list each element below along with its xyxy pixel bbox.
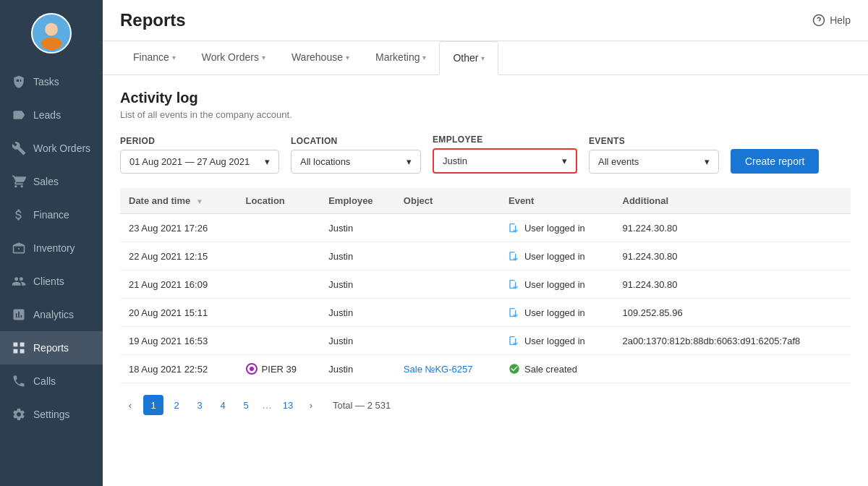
main-content: Reports Help Finance ▾ Work Orders ▾ War…: [103, 0, 868, 486]
tag-icon: [12, 108, 26, 122]
page-13-button[interactable]: 13: [278, 395, 298, 415]
sidebar-item-label: Sales: [33, 176, 59, 187]
cell-employee: Justin: [320, 327, 395, 355]
cell-employee: Justin: [320, 270, 395, 299]
sidebar-item-label: Reports: [33, 342, 69, 354]
cell-location: PIER 39: [237, 355, 320, 383]
cell-location: [237, 242, 320, 270]
sidebar-item-leads[interactable]: Leads: [0, 98, 103, 132]
page-3-button[interactable]: 3: [190, 395, 210, 415]
location-value: All locations: [300, 156, 350, 167]
location-label: Location: [291, 136, 421, 146]
filter-period-group: Period 01 Aug 2021 — 27 Aug 2021 ▾: [120, 136, 279, 174]
events-label: Events: [589, 136, 719, 146]
cell-additional: 91.224.30.80: [614, 242, 851, 270]
sidebar-item-label: Finance: [33, 209, 69, 221]
help-icon: [812, 14, 825, 27]
cell-location: [237, 299, 320, 327]
employee-select[interactable]: Justin ▾: [433, 148, 577, 174]
cell-object: [395, 214, 500, 242]
pagination-dots: …: [259, 399, 275, 411]
table-row: 18 Aug 2021 22:52PIER 39JustinSale №KG-6…: [120, 355, 851, 383]
sidebar-item-work-orders[interactable]: Work Orders: [0, 132, 103, 165]
gear-icon: [12, 407, 26, 422]
tab-other-label: Other: [453, 52, 478, 64]
table-header-row: Date and time ▼ Location Employee Object…: [120, 188, 851, 214]
chevron-down-icon: ▾: [481, 54, 485, 62]
tab-other[interactable]: Other ▾: [439, 41, 498, 75]
sidebar-item-label: Work Orders: [33, 142, 90, 154]
sort-icon: ▼: [196, 197, 203, 205]
table-row: 23 Aug 2021 17:26JustinUser logged in91.…: [120, 214, 851, 242]
dollar-icon: [12, 208, 26, 222]
cell-event: User logged in: [500, 327, 614, 355]
period-label: Period: [120, 136, 279, 146]
sidebar-item-label: Calls: [33, 375, 56, 387]
col-location: Location: [237, 188, 320, 214]
cart-icon: [12, 174, 26, 189]
events-select[interactable]: All events ▾: [589, 150, 719, 174]
page-4-button[interactable]: 4: [213, 395, 233, 415]
svg-point-1: [45, 23, 58, 36]
activity-table: Date and time ▼ Location Employee Object…: [120, 188, 851, 383]
prev-page-button[interactable]: ‹: [120, 395, 140, 415]
sidebar-item-finance[interactable]: Finance: [0, 198, 103, 231]
sidebar-item-sales[interactable]: Sales: [0, 165, 103, 198]
page-5-button[interactable]: 5: [236, 395, 256, 415]
sidebar-item-inventory[interactable]: Inventory: [0, 231, 103, 265]
sidebar-item-label: Analytics: [33, 309, 74, 320]
create-report-button[interactable]: Create report: [731, 149, 819, 174]
sidebar-item-settings[interactable]: Settings: [0, 398, 103, 431]
cell-employee: Justin: [320, 214, 395, 242]
cell-date: 23 Aug 2021 17:26: [120, 214, 237, 242]
table-row: 19 Aug 2021 16:53JustinUser logged in2a0…: [120, 327, 851, 355]
cell-employee: Justin: [320, 299, 395, 327]
login-icon: [509, 222, 520, 234]
sidebar-item-reports[interactable]: Reports: [0, 331, 103, 364]
chevron-down-icon: ▾: [262, 54, 265, 61]
page-1-button[interactable]: 1: [143, 395, 163, 415]
cell-additional: 109.252.85.96: [614, 299, 851, 327]
tab-finance-label: Finance: [133, 51, 169, 63]
sidebar-item-analytics[interactable]: Analytics: [0, 298, 103, 331]
sidebar-item-label: Inventory: [33, 242, 75, 254]
cell-date: 18 Aug 2021 22:52: [120, 355, 237, 383]
period-select[interactable]: 01 Aug 2021 — 27 Aug 2021 ▾: [120, 150, 279, 174]
tab-warehouse[interactable]: Warehouse ▾: [278, 41, 362, 74]
shield-icon: [12, 74, 26, 89]
cell-object: [395, 299, 500, 327]
object-link[interactable]: Sale №KG-6257: [404, 364, 473, 375]
events-value: All events: [598, 156, 639, 167]
page-2-button[interactable]: 2: [166, 395, 187, 415]
sidebar-item-label: Tasks: [33, 76, 59, 88]
tab-work-orders[interactable]: Work Orders ▾: [189, 41, 278, 74]
table-row: 20 Aug 2021 15:11JustinUser logged in109…: [120, 299, 851, 327]
sidebar-item-clients[interactable]: Clients: [0, 265, 103, 298]
employee-label: Employee: [433, 135, 577, 145]
avatar[interactable]: [31, 13, 72, 54]
chart-icon: [12, 307, 26, 322]
tab-finance[interactable]: Finance ▾: [120, 41, 189, 74]
cell-event: User logged in: [500, 299, 614, 327]
page-title: Reports: [120, 10, 186, 30]
sidebar-item-tasks[interactable]: Tasks: [0, 65, 103, 98]
cell-additional: 91.224.30.80: [614, 270, 851, 299]
header: Reports Help: [103, 0, 868, 41]
sidebar-item-calls[interactable]: Calls: [0, 364, 103, 398]
avatar-container: [0, 0, 103, 65]
section-subtitle: List of all events in the company accoun…: [120, 109, 851, 120]
box-icon: [12, 241, 26, 255]
col-date[interactable]: Date and time ▼: [120, 188, 237, 214]
login-icon: [509, 307, 520, 318]
cell-additional: 2a00:1370:812b:88db:6063:d91:6205:7af8: [614, 327, 851, 355]
period-value: 01 Aug 2021 — 27 Aug 2021: [129, 156, 250, 167]
chevron-down-icon: ▾: [407, 156, 412, 167]
cell-employee: Justin: [320, 242, 395, 270]
pagination: ‹ 1 2 3 4 5 … 13 › Total — 2 531: [120, 383, 851, 421]
next-page-button[interactable]: ›: [301, 395, 321, 415]
location-select[interactable]: All locations ▾: [291, 150, 421, 174]
table-row: 21 Aug 2021 16:09JustinUser logged in91.…: [120, 270, 851, 299]
help-button[interactable]: Help: [812, 14, 851, 27]
tab-marketing[interactable]: Marketing ▾: [362, 41, 439, 74]
filter-location-group: Location All locations ▾: [291, 136, 421, 174]
